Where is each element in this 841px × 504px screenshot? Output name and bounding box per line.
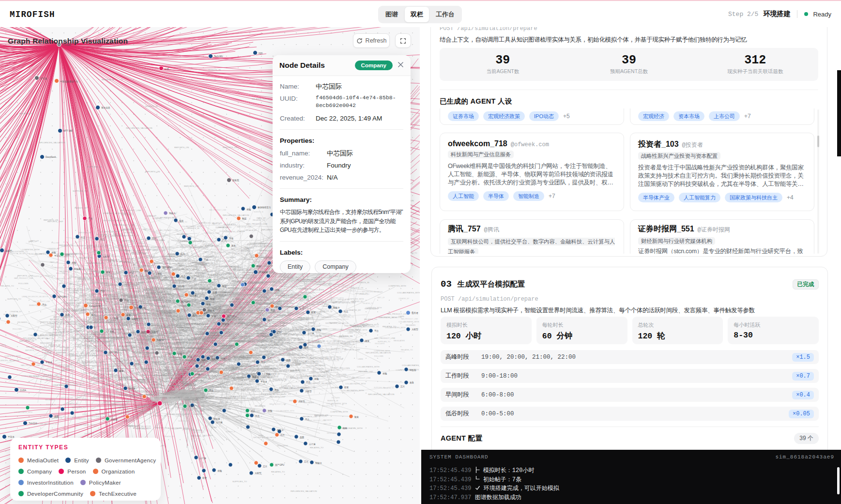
svg-text:HAS_PRODUCT_LINE: HAS_PRODUCT_LINE: [33, 301, 50, 303]
svg-text:HAS_PRODUCT_LINE: HAS_PRODUCT_LINE: [297, 387, 316, 389]
svg-text:INFLUENCES_VALUATION: INFLUENCES_VALUATION: [28, 296, 48, 298]
svg-text:INFLUENCES_VALUATION: INFLUENCES_VALUATION: [0, 360, 19, 362]
svg-text:COMPETES_WITH: COMPETES_WITH: [179, 392, 194, 394]
svg-text:LIKES: LIKES: [118, 352, 123, 354]
svg-text:RELATES_TO: RELATES_TO: [339, 335, 353, 337]
svg-text:CREATED_BY: CREATED_BY: [398, 298, 410, 300]
svg-text:SUPPLIES_TO: SUPPLIES_TO: [97, 233, 112, 236]
svg-text:SUPPLIES_TO: SUPPLIES_TO: [217, 364, 230, 366]
svg-text:平台: 平台: [42, 303, 46, 306]
svg-text:HAS_PRODUCT_LINE: HAS_PRODUCT_LINE: [163, 329, 184, 331]
svg-text:LIKES: LIKES: [244, 248, 249, 250]
svg-text:REGULATES: REGULATES: [68, 339, 78, 341]
svg-text:人工智能: 人工智能: [153, 272, 162, 275]
svg-text:REPORTS_ON: REPORTS_ON: [349, 331, 361, 333]
svg-text:INFLUENCES_VALUATION: INFLUENCES_VALUATION: [291, 490, 317, 492]
svg-text:RELATES_TO: RELATES_TO: [401, 349, 413, 351]
svg-text:HAS_PRODUCT_LINE: HAS_PRODUCT_LINE: [114, 224, 135, 226]
svg-text:PART_OF: PART_OF: [152, 277, 160, 279]
svg-text:SUPPLIES_TO: SUPPLIES_TO: [320, 310, 333, 312]
svg-text:研发: 研发: [311, 311, 316, 314]
svg-text:REPORTS_CHIP: REPORTS_CHIP: [270, 396, 286, 398]
svg-text:REPORTS_ON: REPORTS_ON: [152, 314, 165, 316]
svg-text:COLLABORATES_WITH: COLLABORATES_WITH: [229, 352, 248, 354]
svg-text:FOLLOWS: FOLLOWS: [332, 397, 340, 399]
svg-text:RELATES_TO: RELATES_TO: [161, 366, 175, 368]
svg-text:HAS_PRODUCT_LINE: HAS_PRODUCT_LINE: [53, 329, 73, 331]
svg-text:LIKES: LIKES: [233, 333, 239, 335]
svg-text:PART_OF: PART_OF: [143, 229, 152, 230]
svg-text:REPORTS_CHIP: REPORTS_CHIP: [279, 387, 293, 389]
svg-text:RELEASES: RELEASES: [207, 320, 216, 322]
svg-text:SUPPLIES_TO: SUPPLIES_TO: [341, 316, 354, 318]
svg-text:RELATES_TO: RELATES_TO: [259, 250, 271, 252]
svg-text:PART_OF: PART_OF: [214, 306, 221, 308]
svg-text:芯片: 芯片: [250, 410, 256, 413]
svg-text:智能卡: 智能卡: [315, 462, 322, 465]
svg-text:政策: 政策: [354, 415, 359, 418]
svg-text:FOLLOWS: FOLLOWS: [56, 351, 66, 354]
svg-text:REPORTS_ON: REPORTS_ON: [95, 355, 107, 357]
svg-text:LIKES: LIKES: [211, 426, 217, 428]
svg-text:大模型: 大模型: [188, 405, 195, 408]
svg-text:RELATES_TO: RELATES_TO: [330, 367, 342, 369]
svg-text:SUPPLIES_TO: SUPPLIES_TO: [92, 310, 107, 312]
svg-text:PART_OF: PART_OF: [290, 370, 297, 372]
svg-text:海光信息: 海光信息: [101, 107, 110, 109]
svg-text:FOLLOWS: FOLLOWS: [336, 373, 347, 376]
svg-text:COLLABORATES_WITH: COLLABORATES_WITH: [276, 410, 294, 412]
svg-text:HAS_PRODUCT_LINE: HAS_PRODUCT_LINE: [21, 365, 40, 367]
svg-text:PART_OF: PART_OF: [204, 251, 213, 253]
svg-text:REGULATES: REGULATES: [207, 381, 218, 383]
svg-text:INVESTS_IN: INVESTS_IN: [40, 321, 51, 323]
svg-text:RELATES_TO: RELATES_TO: [45, 275, 56, 277]
svg-text:RELATES_TO: RELATES_TO: [82, 345, 96, 347]
svg-text:COLLABORATES_WITH: COLLABORATES_WITH: [397, 291, 420, 294]
svg-text:CREATED_BY: CREATED_BY: [240, 356, 251, 358]
svg-text:COLLABORATES_WITH: COLLABORATES_WITH: [376, 317, 396, 319]
svg-text:COLLABORATES_WITH: COLLABORATES_WITH: [50, 267, 69, 269]
svg-text:金融: 金融: [268, 410, 273, 412]
svg-text:STRATEGIC_ADJUSTMENT_TO: STRATEGIC_ADJUSTMENT_TO: [103, 212, 133, 214]
svg-text:COMPETES_WITH: COMPETES_WITH: [374, 350, 390, 352]
svg-text:RELATES_TO: RELATES_TO: [382, 325, 397, 328]
svg-text:CREATED_BY: CREATED_BY: [32, 275, 43, 277]
svg-text:REPORTS_CHIP: REPORTS_CHIP: [107, 321, 122, 323]
svg-text:REGULATES: REGULATES: [267, 316, 279, 319]
svg-text:RELEASES: RELEASES: [321, 317, 332, 319]
svg-text:平台: 平台: [200, 365, 205, 367]
svg-text:COLLABORATES_WITH: COLLABORATES_WITH: [402, 364, 420, 367]
svg-text:SUPPLIES_TO: SUPPLIES_TO: [232, 480, 247, 483]
svg-text:CREATED_BY: CREATED_BY: [155, 427, 168, 429]
svg-text:HAS_PRODUCT_LINE: HAS_PRODUCT_LINE: [241, 290, 260, 291]
svg-text:SUPPLIES_TO: SUPPLIES_TO: [170, 360, 183, 362]
svg-text:REPORTS_ON: REPORTS_ON: [184, 185, 199, 187]
svg-text:REGULATES: REGULATES: [312, 289, 324, 291]
svg-text:REPORTS_ON: REPORTS_ON: [247, 305, 259, 307]
svg-text:REPORTS_CHIP: REPORTS_CHIP: [25, 350, 40, 351]
svg-text:SUPPLIES_TO: SUPPLIES_TO: [69, 355, 82, 357]
svg-text:金融: 金融: [314, 378, 319, 381]
svg-text:REGULATES: REGULATES: [310, 335, 321, 337]
svg-text:大模型: 大模型: [412, 328, 418, 331]
svg-text:LIKES: LIKES: [358, 358, 363, 360]
svg-text:REPORTS_CHIP: REPORTS_CHIP: [88, 362, 103, 364]
svg-text:RELEASES: RELEASES: [193, 402, 203, 404]
svg-text:HAS_PRODUCT_LINE: HAS_PRODUCT_LINE: [209, 209, 227, 211]
svg-text:SUPPLIES_TO: SUPPLIES_TO: [83, 347, 96, 349]
svg-text:CREATED_BY: CREATED_BY: [348, 309, 361, 311]
svg-text:RELEASES: RELEASES: [83, 273, 94, 275]
svg-text:PART_OF: PART_OF: [148, 215, 157, 217]
svg-text:INVESTS_IN: INVESTS_IN: [171, 343, 181, 345]
svg-text:RELATES_TO: RELATES_TO: [286, 376, 298, 378]
svg-text:SUPPLIES_TO: SUPPLIES_TO: [101, 260, 113, 261]
svg-text:RELEASES: RELEASES: [283, 276, 293, 279]
svg-text:REPORTS_CHIP: REPORTS_CHIP: [59, 283, 73, 285]
svg-text:COMPETES_WITH: COMPETES_WITH: [173, 255, 189, 257]
svg-text:FOLLOWS: FOLLOWS: [18, 282, 29, 285]
svg-text:FOLLOWS: FOLLOWS: [322, 333, 332, 335]
svg-text:半导体: 半导体: [8, 436, 15, 438]
svg-text:RELEASES: RELEASES: [304, 402, 314, 404]
svg-text:INVESTS_IN: INVESTS_IN: [91, 377, 102, 380]
svg-text:REPORTS_ON: REPORTS_ON: [78, 232, 91, 234]
